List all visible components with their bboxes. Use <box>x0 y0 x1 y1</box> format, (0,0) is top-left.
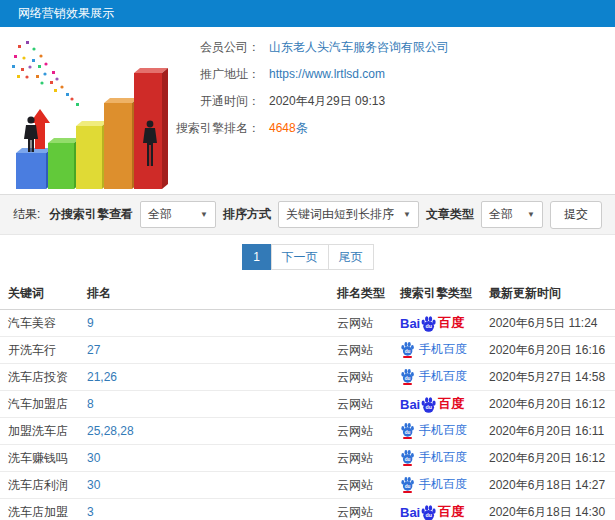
table-row: 开洗车行 27 云网站 du 手机百度 2020年6月20日 16:16 <box>0 337 615 364</box>
info-row-open-time: 开通时间： 2020年4月29日 09:13 <box>176 92 615 110</box>
baidu-paw-icon: du <box>420 315 437 332</box>
engine-filter-select[interactable]: 全部 ▼ <box>140 201 216 228</box>
rank-type-cell: 云网站 <box>337 391 400 418</box>
keyword-cell: 洗车店加盟 <box>0 499 87 520</box>
rank-cell[interactable]: 27 <box>87 337 337 364</box>
confetti-dots <box>12 41 79 106</box>
mobile-baidu-du-text: du <box>405 349 411 354</box>
updated-cell: 2020年6月18日 14:27 <box>489 472 615 499</box>
mobile-baidu-logo: du 手机百度 <box>400 449 467 466</box>
keyword-cell: 汽车加盟店 <box>0 391 87 418</box>
pagination: 1 下一页 尾页 <box>0 235 615 278</box>
rank-cell[interactable]: 3 <box>87 499 337 520</box>
promo-url-label: 推广地址： <box>176 65 260 83</box>
promo-url-link[interactable]: https://www.lrtlsd.com <box>269 65 385 83</box>
header-engine-type: 搜索引擎类型 <box>400 278 489 310</box>
mobile-baidu-paw-icon: du <box>400 341 415 358</box>
article-type-select[interactable]: 全部 ▼ <box>481 201 543 228</box>
table-row: 洗车店利润 30 云网站 du 手机百度 2020年6月18日 14:27 <box>0 472 615 499</box>
chevron-down-icon: ▼ <box>200 210 208 219</box>
result-label: 结果: <box>13 206 40 223</box>
mobile-baidu-du-text: du <box>405 457 411 462</box>
info-row-rank-count: 搜索引擎排名： 4648条 <box>176 119 615 137</box>
account-info-list: 会员公司： 山东老人头汽车服务咨询有限公司 推广地址： https://www.… <box>176 27 615 194</box>
last-page-button[interactable]: 尾页 <box>328 244 374 270</box>
keyword-cell: 开洗车行 <box>0 337 87 364</box>
mobile-baidu-du-text: du <box>405 484 411 489</box>
updated-cell: 2020年5月27日 14:58 <box>489 364 615 391</box>
mobile-baidu-paw-icon: du <box>400 449 415 466</box>
open-time-value: 2020年4月29日 09:13 <box>269 92 385 110</box>
rank-cell[interactable]: 25,28,28 <box>87 418 337 445</box>
baidu-logo-cn-text: 百度 <box>438 503 464 520</box>
baidu-du-text: du <box>426 323 432 329</box>
mobile-baidu-underline <box>403 464 412 466</box>
updated-cell: 2020年6月18日 14:30 <box>489 499 615 520</box>
mobile-baidu-logo: du 手机百度 <box>400 422 467 439</box>
table-row: 汽车美容 9 云网站 Bai du 百度 2020年6月5日 11:24 <box>0 310 615 337</box>
mobile-baidu-du-text: du <box>405 376 411 381</box>
baidu-du-text: du <box>426 512 432 518</box>
mobile-baidu-underline <box>403 356 412 358</box>
header-rank: 排名 <box>87 278 337 310</box>
account-info-section: 会员公司： 山东老人头汽车服务咨询有限公司 推广地址： https://www.… <box>0 27 615 194</box>
keyword-cell: 加盟洗车店 <box>0 418 87 445</box>
baidu-logo-bai-text: Bai <box>400 505 420 520</box>
ranking-table: 关键词 排名 排名类型 搜索引擎类型 最新更新时间 汽车美容 9 云网站 Bai… <box>0 278 615 520</box>
info-row-url: 推广地址： https://www.lrtlsd.com <box>176 65 615 83</box>
baidu-logo-bai-text: Bai <box>400 316 420 331</box>
baidu-paw-icon: du <box>420 504 437 520</box>
baidu-logo-cn-text: 百度 <box>438 314 464 332</box>
table-header-row: 关键词 排名 排名类型 搜索引擎类型 最新更新时间 <box>0 278 615 310</box>
mobile-baidu-logo: du 手机百度 <box>400 476 467 493</box>
engine-filter-label: 分搜索引擎查看 <box>49 206 133 223</box>
engine-rank-value: 4648条 <box>269 119 308 137</box>
mobile-baidu-paw-icon: du <box>400 476 415 493</box>
rank-type-cell: 云网站 <box>337 337 400 364</box>
baidu-logo-cn-text: 百度 <box>438 395 464 413</box>
rank-cell[interactable]: 21,26 <box>87 364 337 391</box>
mobile-baidu-label: 手机百度 <box>419 422 467 439</box>
baidu-du-text: du <box>426 404 432 410</box>
article-type-selected: 全部 <box>489 206 513 223</box>
rank-cell[interactable]: 8 <box>87 391 337 418</box>
sort-label: 排序方式 <box>223 206 271 223</box>
rank-cell[interactable]: 30 <box>87 472 337 499</box>
open-time-label: 开通时间： <box>176 92 260 110</box>
updated-cell: 2020年6月5日 11:24 <box>489 310 615 337</box>
baidu-paw-icon: du <box>420 396 437 413</box>
next-page-button[interactable]: 下一页 <box>271 244 329 270</box>
table-row: 加盟洗车店 25,28,28 云网站 du 手机百度 2020年6月20日 16… <box>0 418 615 445</box>
mobile-baidu-label: 手机百度 <box>419 368 467 385</box>
baidu-logo: Bai du 百度 <box>400 395 464 413</box>
company-link[interactable]: 山东老人头汽车服务咨询有限公司 <box>269 38 449 56</box>
mobile-baidu-underline <box>403 383 412 385</box>
updated-cell: 2020年6月20日 16:11 <box>489 418 615 445</box>
keyword-cell: 洗车赚钱吗 <box>0 445 87 472</box>
updated-cell: 2020年6月20日 16:12 <box>489 391 615 418</box>
engine-cell: du 手机百度 <box>400 472 489 499</box>
mobile-baidu-label: 手机百度 <box>419 341 467 358</box>
rank-type-cell: 云网站 <box>337 499 400 520</box>
chevron-down-icon: ▼ <box>527 210 535 219</box>
rank-cell[interactable]: 9 <box>87 310 337 337</box>
engine-cell: Bai du 百度 <box>400 391 489 418</box>
mobile-baidu-label: 手机百度 <box>419 449 467 466</box>
page-button-current[interactable]: 1 <box>242 244 272 270</box>
engine-cell: Bai du 百度 <box>400 310 489 337</box>
rank-cell[interactable]: 30 <box>87 445 337 472</box>
article-type-label: 文章类型 <box>426 206 474 223</box>
page-header: 网络营销效果展示 <box>0 0 615 27</box>
sort-select[interactable]: 关键词由短到长排序 ▼ <box>278 201 419 228</box>
rank-type-cell: 云网站 <box>337 472 400 499</box>
engine-cell: du 手机百度 <box>400 445 489 472</box>
mobile-baidu-paw-icon: du <box>400 368 415 385</box>
growth-chart-illustration <box>4 31 176 191</box>
submit-button[interactable]: 提交 <box>550 201 602 229</box>
engine-cell: du 手机百度 <box>400 337 489 364</box>
baidu-logo: Bai du 百度 <box>400 314 464 332</box>
updated-cell: 2020年6月20日 16:16 <box>489 337 615 364</box>
table-row: 汽车加盟店 8 云网站 Bai du 百度 2020年6月20日 16:12 <box>0 391 615 418</box>
table-row: 洗车店投资 21,26 云网站 du 手机百度 2020年5月27日 14:58 <box>0 364 615 391</box>
rank-type-cell: 云网站 <box>337 445 400 472</box>
